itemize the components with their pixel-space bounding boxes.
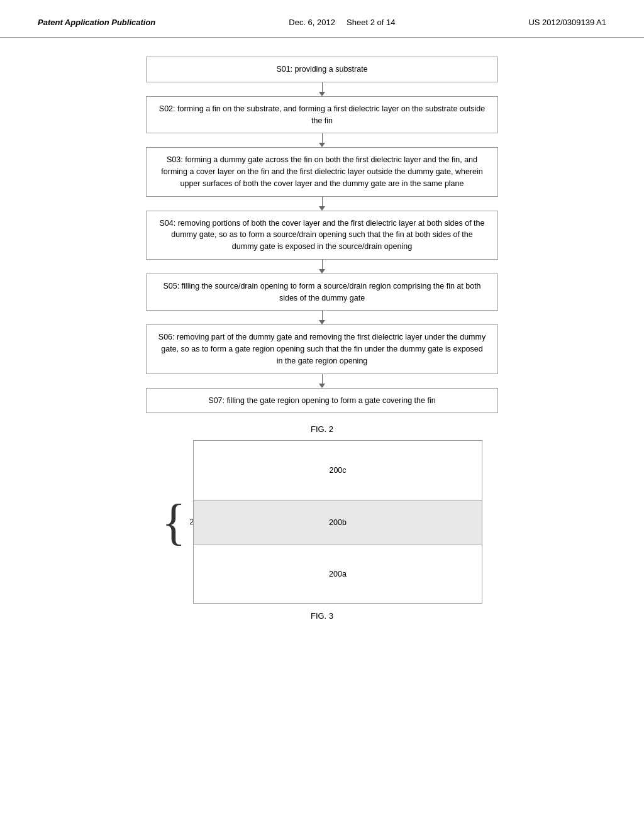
flowchart: S01: providing a substrate S02: forming …: [146, 57, 498, 413]
fig3-container: { 200 200c 200b 200a: [146, 440, 498, 604]
page-header: Patent Application Publication Dec. 6, 2…: [0, 0, 644, 38]
fig3-layer-middle: 200b: [194, 501, 482, 545]
patent-number: US 2012/0309139 A1: [528, 18, 606, 27]
main-content: S01: providing a substrate S02: forming …: [0, 38, 644, 639]
fig3-layer-top-label: 200c: [329, 466, 346, 475]
header-date-sheet: Dec. 6, 2012 Sheet 2 of 14: [289, 18, 395, 27]
fig3-layer-bottom-label: 200a: [329, 570, 347, 578]
fig3-label: FIG. 3: [50, 611, 594, 621]
fig3-layer-middle-label: 200b: [329, 518, 347, 527]
sheet-info: Sheet 2 of 14: [347, 18, 395, 27]
step-s07: S07: filling the gate region opening to …: [146, 388, 498, 414]
fig3-outer-box: 200c 200b 200a: [193, 440, 482, 604]
fig3-diagram: { 200 200c 200b 200a: [193, 440, 482, 604]
publication-date: Dec. 6, 2012: [289, 18, 335, 27]
publication-title: Patent Application Publication: [38, 18, 155, 27]
step-s05: S05: filling the source/drain opening to…: [146, 274, 498, 311]
step-s01: S01: providing a substrate: [146, 57, 498, 82]
step-s06: S06: removing part of the dummy gate and…: [146, 324, 498, 374]
step-s03: S03: forming a dummy gate across the fin…: [146, 147, 498, 196]
step-s02: S02: forming a fin on the substrate, and…: [146, 96, 498, 134]
fig3-layer-top: 200c: [194, 441, 482, 501]
brace-icon: {: [162, 497, 186, 547]
step-s04: S04: removing portions of both the cover…: [146, 211, 498, 260]
fig2-label: FIG. 2: [50, 424, 594, 434]
fig3-layer-bottom: 200a: [194, 545, 482, 603]
